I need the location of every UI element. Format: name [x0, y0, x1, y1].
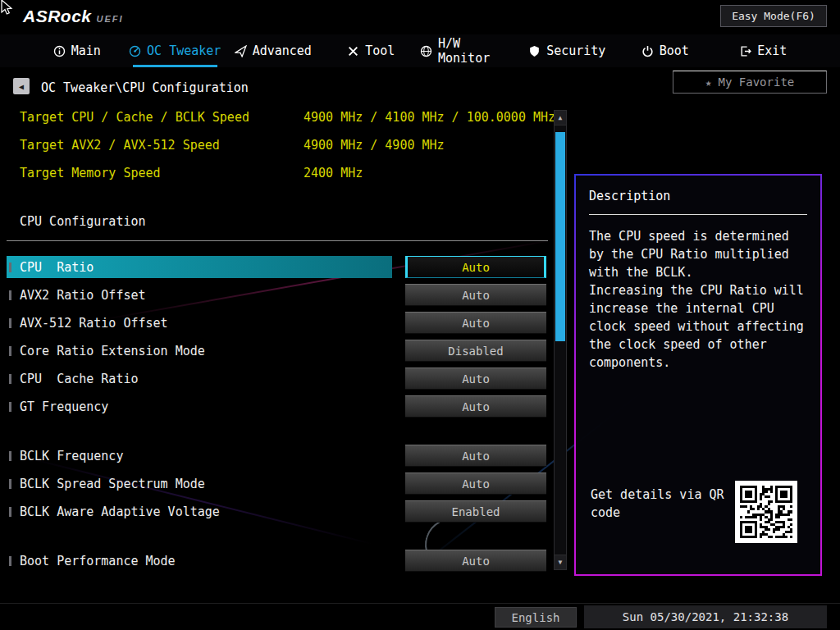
setting-label: BCLK Aware Adaptive Voltage [20, 504, 220, 519]
rocket-icon [235, 45, 247, 57]
top-bar: ASRockUEFI Easy Mode(F6) [0, 0, 840, 34]
tab-tool[interactable]: Tool [322, 34, 421, 67]
setting-row-bclk-aware[interactable]: BCLK Aware Adaptive Voltage [7, 500, 392, 523]
setting-value-core-ratio-ext[interactable]: Disabled [405, 340, 546, 362]
setting-row-bclk-frequency[interactable]: BCLK Frequency [7, 445, 392, 467]
setting-row-avx512-offset[interactable]: AVX-512 Ratio Offset [7, 312, 392, 334]
tab-label: OC Tweaker [147, 43, 221, 58]
setting-label: GT Frequency [20, 399, 108, 414]
setting-row-cache-ratio[interactable]: CPU Cache Ratio [7, 368, 392, 390]
setting-row-boot-performance[interactable]: Boot Performance Mode [7, 550, 392, 572]
easy-mode-button[interactable]: Easy Mode(F6) [720, 5, 827, 27]
item-bullet-icon [9, 290, 11, 300]
tab-label: Security [546, 43, 605, 58]
qr-code [735, 481, 797, 543]
item-bullet-icon [9, 479, 11, 489]
target-cpu-label: Target CPU / Cache / BCLK Speed [20, 110, 249, 125]
target-avx-value: 4900 MHz / 4900 MHz [304, 138, 445, 153]
tab-label: Main [71, 43, 101, 58]
setting-value-avx2-offset[interactable]: Auto [405, 284, 546, 306]
tab-label: Boot [660, 43, 689, 58]
target-memory-value: 2400 MHz [304, 166, 363, 180]
setting-label: AVX-512 Ratio Offset [20, 316, 168, 331]
setting-row-core-ratio-ext[interactable]: Core Ratio Extension Mode [7, 340, 392, 362]
description-title: Description [589, 189, 807, 215]
tab-label: Exit [757, 43, 787, 58]
description-panel: Description The CPU speed is determined … [574, 174, 822, 576]
item-bullet-icon [9, 318, 11, 328]
setting-value-cache-ratio[interactable]: Auto [405, 368, 546, 390]
section-divider [7, 240, 548, 241]
tab-label: Tool [365, 43, 395, 58]
nav-tab-bar: Main OC Tweaker Advanced Tool H/W Monito… [0, 34, 840, 67]
tab-hw-monitor[interactable]: H/W Monitor [420, 34, 518, 67]
datetime-display: Sun 05/30/2021, 21:32:38 [584, 605, 827, 628]
item-bullet-icon [9, 346, 11, 356]
power-icon [641, 45, 654, 57]
item-bullet-icon [9, 556, 11, 566]
setting-label: Core Ratio Extension Mode [20, 344, 205, 358]
mouse-cursor [0, 0, 16, 16]
setting-value-gt-frequency[interactable]: Auto [405, 395, 546, 418]
asrock-logo: ASRockUEFI [23, 7, 124, 26]
info-icon [53, 45, 66, 57]
item-bullet-icon [9, 402, 11, 412]
brand-text: ASRock [23, 7, 92, 25]
setting-row-cpu-ratio[interactable]: CPU Ratio [7, 256, 392, 278]
target-memory-label: Target Memory Speed [20, 166, 161, 180]
item-bullet-icon [9, 451, 11, 461]
setting-row-bclk-spread[interactable]: BCLK Spread Spectrum Mode [7, 472, 392, 495]
star-icon: ★ [705, 76, 712, 89]
setting-value-boot-performance[interactable]: Auto [405, 550, 546, 572]
footer-bar: English Sun 05/30/2021, 21:32:38 [0, 603, 840, 630]
scroll-down-arrow[interactable]: ▼ [555, 555, 566, 569]
my-favorite-label: My Favorite [719, 75, 795, 89]
uefi-text: UEFI [97, 14, 124, 24]
setting-value-avx512-offset[interactable]: Auto [405, 312, 546, 334]
language-button[interactable]: English [495, 607, 577, 628]
setting-label: BCLK Spread Spectrum Mode [20, 477, 205, 491]
setting-label: AVX2 Ratio Offset [20, 288, 146, 303]
exit-icon [739, 45, 751, 57]
qr-caption: Get details via QR code [591, 486, 746, 522]
target-cpu-value: 4900 MHz / 4100 MHz / 100.0000 MHz [304, 110, 555, 125]
tab-label: Advanced [253, 43, 312, 58]
tab-boot[interactable]: Boot [616, 34, 714, 67]
tab-main[interactable]: Main [28, 34, 126, 67]
setting-label: Boot Performance Mode [20, 554, 176, 568]
setting-label: CPU Cache Ratio [20, 372, 139, 386]
tab-advanced[interactable]: Advanced [224, 34, 322, 67]
setting-row-gt-frequency[interactable]: GT Frequency [7, 395, 392, 418]
setting-value-bclk-frequency[interactable]: Auto [405, 445, 546, 467]
back-button[interactable]: ◀ [13, 78, 30, 94]
item-bullet-icon [9, 262, 11, 272]
setting-value-bclk-aware[interactable]: Enabled [405, 500, 546, 523]
settings-scrollbar[interactable]: ▲ ▼ [554, 110, 567, 570]
setting-label: BCLK Frequency [20, 449, 123, 463]
globe-icon [420, 45, 432, 57]
gauge-icon [129, 45, 141, 57]
setting-label: CPU Ratio [20, 260, 94, 275]
item-bullet-icon [9, 507, 11, 517]
decorative-line [102, 239, 555, 320]
tab-security[interactable]: Security [518, 34, 617, 67]
my-favorite-button[interactable]: ★ My Favorite [673, 71, 827, 94]
description-body: The CPU speed is determined by the CPU R… [589, 227, 807, 372]
tab-oc-tweaker[interactable]: OC Tweaker [126, 34, 225, 67]
breadcrumb: OC Tweaker\CPU Configuration [41, 80, 249, 95]
scrollbar-thumb[interactable] [555, 132, 565, 341]
wrench-icon [347, 45, 359, 57]
item-bullet-icon [9, 374, 11, 384]
setting-row-avx2-offset[interactable]: AVX2 Ratio Offset [7, 284, 392, 306]
shield-icon [528, 45, 541, 57]
tab-exit[interactable]: Exit [714, 34, 813, 67]
scroll-up-arrow[interactable]: ▲ [555, 111, 566, 126]
section-title: CPU Configuration [20, 214, 146, 229]
setting-value-bclk-spread[interactable]: Auto [405, 472, 546, 495]
tab-label: H/W Monitor [438, 36, 518, 66]
target-avx-label: Target AVX2 / AVX-512 Speed [20, 138, 220, 153]
setting-value-cpu-ratio[interactable]: Auto [405, 256, 546, 278]
uefi-screen: ASRockUEFI Easy Mode(F6) Main OC Tweaker… [0, 0, 840, 630]
